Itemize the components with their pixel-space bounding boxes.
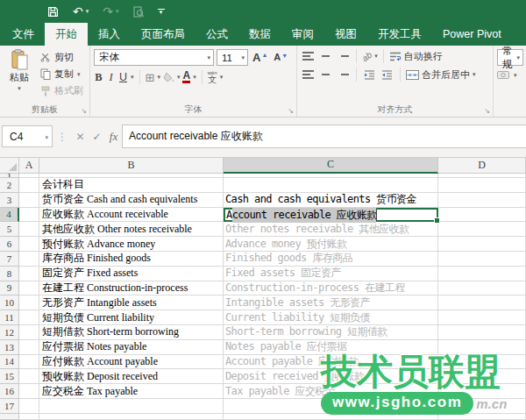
fill-color-dropdown[interactable]: ▾ [177, 74, 181, 81]
tab-页面布局[interactable]: 页面布局 [131, 23, 195, 46]
cell-C11[interactable]: Current liability 短期负债 [224, 310, 438, 325]
insert-function-button[interactable]: fx [105, 130, 122, 144]
cell-B4[interactable]: 应收账款 Account receivable [39, 208, 224, 223]
cell-A17[interactable] [19, 399, 39, 414]
cell-C5[interactable]: Other notes receivable 其他应收款 [224, 222, 438, 237]
cell-A13[interactable] [19, 340, 39, 355]
cell-C9[interactable]: Construction-in-process 在建工程 [224, 281, 438, 296]
enter-button[interactable]: ✓ [89, 131, 105, 143]
cell-B10[interactable]: 无形资产 Intangible assets [39, 295, 224, 310]
undo-button[interactable]: ↶▾ [73, 5, 89, 18]
increase-indent-button[interactable] [380, 69, 394, 81]
italic-button[interactable]: I [106, 71, 116, 84]
accounting-format-dropdown[interactable]: ▾ [514, 72, 517, 79]
cell-B11[interactable]: 短期负债 Current liability [39, 310, 224, 325]
wrap-text-button[interactable]: 自动换行 [389, 50, 443, 63]
cell-C3[interactable]: Cash and cash equivalents 货币资金 [224, 193, 438, 208]
cell-A9[interactable] [19, 281, 39, 296]
tab-开始[interactable]: 开始 [45, 23, 88, 46]
increase-font-size-button[interactable]: A▲ [251, 52, 269, 63]
cell-A11[interactable] [19, 310, 39, 325]
cell-C6[interactable]: Advance money 预付账款 [224, 237, 438, 252]
cell-D7[interactable] [438, 252, 526, 267]
cell-C8[interactable]: Fixed assets 固定资产 [224, 267, 438, 281]
cell-D8[interactable] [438, 267, 526, 281]
row-header-14[interactable]: 14 [0, 355, 19, 370]
row-header-16[interactable]: 16 [0, 384, 19, 399]
cell-B7[interactable]: 库存商品 Finished goods [39, 252, 224, 267]
paste-button[interactable]: 粘贴 ▾ [4, 49, 35, 104]
row-header-7[interactable]: 7 [0, 252, 19, 267]
middle-align-button[interactable] [318, 51, 333, 61]
select-all-corner[interactable] [0, 158, 19, 174]
row-header-9[interactable]: 9 [0, 281, 19, 296]
fill-handle[interactable] [434, 217, 440, 224]
decrease-indent-button[interactable] [362, 69, 377, 81]
cell-D11[interactable] [438, 310, 526, 325]
cell-B13[interactable]: 应付票据 Notes payable [39, 340, 224, 355]
row-header-2[interactable]: 2 [0, 178, 19, 193]
font-dialog-launcher[interactable]: ↘ [288, 108, 294, 115]
cell-D6[interactable] [438, 237, 526, 252]
font-color-button[interactable]: A [182, 71, 190, 83]
merge-center-button[interactable]: 合并后居中 ▾ [406, 68, 476, 82]
cell-B3[interactable]: 货币资金 Cash and cash equivalents [39, 193, 224, 208]
cell-A4[interactable] [19, 208, 39, 223]
align-left-button[interactable] [301, 69, 316, 80]
cell-D3[interactable] [438, 193, 526, 208]
row-header-15[interactable]: 15 [0, 369, 19, 384]
cancel-button[interactable]: ✕ [72, 131, 89, 143]
cell-B12[interactable]: 短期借款 Short-term borrowing [39, 325, 224, 340]
accounting-format-button[interactable] [497, 70, 511, 81]
clipboard-dialog-launcher[interactable]: ↘ [81, 108, 87, 115]
cell-B8[interactable]: 固定资产 Fixed assets [39, 267, 224, 281]
row-header-11[interactable]: 11 [0, 310, 19, 325]
cell-B5[interactable]: 其他应收款 Other notes receivable [39, 222, 224, 237]
orientation-button[interactable]: ab [360, 49, 374, 63]
row-header-4[interactable]: 4 [0, 208, 19, 223]
column-header-A[interactable]: A [19, 158, 39, 174]
row-header-6[interactable]: 6 [0, 237, 19, 252]
fill-color-button[interactable] [163, 72, 174, 82]
save-button[interactable] [47, 6, 59, 18]
cell-A3[interactable] [19, 193, 39, 208]
tab-审阅[interactable]: 审阅 [281, 23, 324, 46]
cell-A-partial[interactable] [19, 414, 39, 420]
cell-B6[interactable]: 预付账款 Advance money [39, 237, 224, 252]
cell-C7[interactable]: Finished goods 库存商品 [224, 252, 438, 267]
underline-button[interactable]: U [118, 71, 128, 83]
number-format-combo[interactable]: 常规▾ [497, 49, 523, 66]
cell-A12[interactable] [19, 325, 39, 340]
cell-C4-active-editing[interactable]: Account receivable 应收账款 [224, 208, 438, 223]
cell-D10[interactable] [438, 295, 526, 310]
font-color-dropdown[interactable]: ▾ [193, 74, 196, 81]
alignment-dialog-launcher[interactable]: ↘ [484, 108, 490, 115]
cell-B15[interactable]: 预收账款 Deposit received [39, 369, 224, 384]
cell-A15[interactable] [19, 369, 39, 384]
tab-视图[interactable]: 视图 [324, 23, 367, 46]
paste-dropdown[interactable]: ▾ [18, 85, 21, 92]
borders-dropdown[interactable]: ▾ [157, 74, 160, 81]
cut-button[interactable]: 剪切 [39, 51, 83, 64]
copy-button[interactable]: 复制 ▾ [39, 68, 83, 81]
phonetic-guide-button[interactable]: wén文 [208, 70, 217, 84]
row-header-5[interactable]: 5 [0, 222, 19, 237]
top-align-button[interactable] [301, 51, 316, 61]
cell-A7[interactable] [19, 252, 39, 267]
row-header-12[interactable]: 12 [0, 325, 19, 340]
cell-A5[interactable] [19, 222, 39, 237]
copy-dropdown[interactable]: ▾ [77, 71, 81, 78]
formula-bar-resize-handle[interactable]: ⋮ [57, 131, 68, 143]
tab-公式[interactable]: 公式 [195, 23, 238, 46]
align-right-button[interactable] [336, 69, 351, 80]
cell-D4[interactable] [438, 208, 526, 223]
row-header-partial[interactable] [0, 414, 19, 420]
format-painter-button[interactable]: 格式刷 [39, 84, 83, 97]
column-header-C[interactable]: C [224, 158, 438, 174]
cell-A8[interactable] [19, 267, 39, 281]
column-header-B[interactable]: B [39, 158, 224, 174]
cell-D12[interactable] [438, 325, 526, 340]
decrease-font-size-button[interactable]: A▼ [272, 53, 289, 62]
bottom-align-button[interactable] [336, 51, 351, 61]
print-preview-button[interactable] [133, 6, 144, 18]
